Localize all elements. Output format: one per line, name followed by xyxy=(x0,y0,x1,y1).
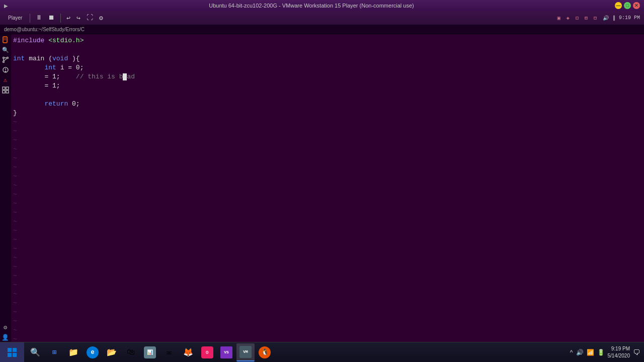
sidebar-icon-settings[interactable]: ⚙ xyxy=(1,323,10,332)
network-icon[interactable]: 📶 xyxy=(587,349,594,356)
battery-icon[interactable]: 🔋 xyxy=(597,349,605,356)
code-line-2 xyxy=(11,45,644,54)
taskbar-app1[interactable]: 📊 xyxy=(141,343,159,361)
code-line-tilde-6: ~ xyxy=(11,163,644,172)
clock-time: 9:19 PM xyxy=(608,345,630,352)
player-menu-button[interactable]: Player xyxy=(4,14,26,22)
code-line-7 xyxy=(11,90,644,100)
main-area: 🔍 ⚠ ⚙ 👤 #include <stdio.h> int main (voi… xyxy=(0,34,644,342)
svg-rect-19 xyxy=(13,353,17,357)
code-editor[interactable]: #include <stdio.h> int main (void ){ int… xyxy=(11,34,644,342)
code-line-8: return 0; xyxy=(11,100,644,109)
code-line-tilde-19: ~ xyxy=(11,281,644,290)
taskbar: 🔍 ⊞ 📁 e 📂 🛍 📊 ✉ 🦊 xyxy=(0,342,644,362)
svg-point-4 xyxy=(7,57,8,59)
code-line-tilde-3: ~ xyxy=(11,136,644,145)
vmware-right-label: 🔊 ▐ xyxy=(603,15,615,21)
code-line-tilde-4: ~ xyxy=(11,145,644,154)
code-line-5: = 1; // this is bad xyxy=(11,72,644,81)
vmware-right-icon-4[interactable]: ⊞ xyxy=(583,14,590,22)
sidebar-icon-branch[interactable] xyxy=(1,55,10,64)
titlebar-title: Ubuntu 64-bit-zcu102-200G - VMware Works… xyxy=(8,3,615,9)
sidebar-icon-search[interactable]: 🔍 xyxy=(1,45,10,54)
close-button[interactable]: ✕ xyxy=(633,2,640,9)
sidebar-icon-warning[interactable]: ⚠ xyxy=(1,75,10,84)
code-line-tilde-9: ~ xyxy=(11,190,644,199)
code-line-6: = 1; xyxy=(11,81,644,90)
titlebar-left: ▶ xyxy=(4,3,8,9)
code-line-tilde-5: ~ xyxy=(11,154,644,163)
taskbar-edge[interactable]: e xyxy=(84,343,102,361)
clock[interactable]: 9:19 PM 5/14/2020 xyxy=(608,345,630,359)
start-button[interactable] xyxy=(0,342,24,363)
sidebar-icon-extensions[interactable] xyxy=(1,85,10,95)
svg-rect-13 xyxy=(6,87,9,89)
taskbar-firefox[interactable]: 🦊 xyxy=(179,343,197,361)
minimize-button[interactable]: — xyxy=(615,2,622,9)
notification-icon[interactable]: 🗨 xyxy=(633,348,640,356)
pause-icon[interactable]: ⏸ xyxy=(34,13,44,23)
code-line-tilde-7: ~ xyxy=(11,172,644,181)
vmware-right-icon-2[interactable]: ◈ xyxy=(565,14,572,22)
code-line-9: } xyxy=(11,109,644,118)
taskbar-vs[interactable]: VS xyxy=(217,343,235,361)
taskbar-task-view[interactable]: ⊞ xyxy=(45,343,63,361)
sidebar-icon-file[interactable] xyxy=(1,35,10,44)
code-line-tilde-16: ~ xyxy=(11,253,644,262)
svg-line-8 xyxy=(4,59,7,61)
svg-rect-15 xyxy=(6,90,9,93)
vmware-toolbar: Player ⏸ ⏹ ↩ ↪ ⛶ ⚙ ▣ ◈ ⊡ ⊞ ⊟ 🔊 ▐ 9:19 PM xyxy=(0,11,644,25)
taskbar-file-explorer[interactable]: 📁 xyxy=(64,343,83,361)
code-line-tilde-1: ~ xyxy=(11,118,644,127)
snap-forward-icon[interactable]: ↪ xyxy=(74,13,83,23)
sidebar: 🔍 ⚠ ⚙ 👤 xyxy=(0,34,11,342)
code-line-tilde-18: ~ xyxy=(11,272,644,281)
taskbar-ubuntu[interactable]: 🐧 xyxy=(256,343,274,361)
svg-rect-14 xyxy=(3,90,5,93)
taskbar-mail[interactable]: ✉ xyxy=(160,343,178,361)
code-line-tilde-12: ~ xyxy=(11,217,644,226)
code-line-tilde-20: ~ xyxy=(11,290,644,299)
svg-rect-17 xyxy=(13,348,17,352)
code-line-1: #include <stdio.h> xyxy=(11,36,644,45)
code-line-tilde-14: ~ xyxy=(11,235,644,244)
sidebar-icon-account[interactable]: 👤 xyxy=(1,333,10,342)
svg-point-11 xyxy=(5,71,6,72)
titlebar-controls[interactable]: — □ ✕ xyxy=(615,2,640,9)
taskbar-folder[interactable]: 📂 xyxy=(103,343,121,361)
taskbar-icons: 🔍 ⊞ 📁 e 📂 🛍 📊 ✉ 🦊 xyxy=(24,343,566,361)
code-line-tilde-25: ~ xyxy=(11,335,644,342)
settings-icon[interactable]: ⚙ xyxy=(97,13,105,23)
snap-back-icon[interactable]: ↩ xyxy=(64,13,72,23)
taskbar-app2[interactable]: ⚙ xyxy=(198,343,216,361)
taskbar-search[interactable]: 🔍 xyxy=(26,343,44,361)
vmware-logo-icon: ▶ xyxy=(4,3,8,9)
svg-point-5 xyxy=(3,61,4,63)
code-line-tilde-11: ~ xyxy=(11,208,644,217)
code-line-tilde-13: ~ xyxy=(11,226,644,235)
code-line-tilde-22: ~ xyxy=(11,308,644,317)
code-line-tilde-10: ~ xyxy=(11,199,644,208)
vm-time-display: 9:19 PM xyxy=(619,15,640,21)
maximize-button[interactable]: □ xyxy=(624,2,631,9)
vmware-right-icon-3[interactable]: ⊡ xyxy=(574,14,581,22)
code-line-tilde-17: ~ xyxy=(11,262,644,272)
code-line-tilde-8: ~ xyxy=(11,181,644,190)
svg-rect-12 xyxy=(3,87,5,89)
taskbar-store[interactable]: 🛍 xyxy=(122,343,140,361)
taskbar-vmware[interactable]: VM xyxy=(236,343,255,361)
code-line-3: int main (void ){ xyxy=(11,54,644,63)
vmware-right-icon-5[interactable]: ⊟ xyxy=(592,14,599,22)
toolbar-separator-2 xyxy=(60,14,61,23)
code-line-tilde-24: ~ xyxy=(11,326,644,335)
clock-date: 5/14/2020 xyxy=(608,352,630,359)
svg-point-3 xyxy=(3,57,4,59)
code-line-tilde-21: ~ xyxy=(11,299,644,308)
fullscreen-icon[interactable]: ⛶ xyxy=(85,13,95,23)
code-line-4: int i = 0; xyxy=(11,63,644,72)
vmware-right-icon-1[interactable]: ▣ xyxy=(555,14,562,22)
sidebar-icon-debug[interactable] xyxy=(1,65,10,74)
stop-icon[interactable]: ⏹ xyxy=(46,13,57,23)
show-hidden-icon[interactable]: ^ xyxy=(570,349,573,356)
volume-icon[interactable]: 🔊 xyxy=(576,349,584,356)
